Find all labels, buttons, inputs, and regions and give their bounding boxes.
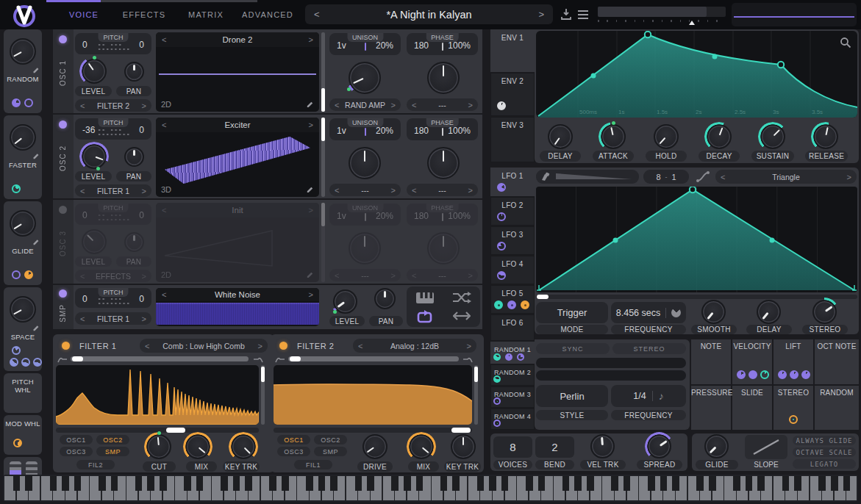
lfo-mode-box[interactable]: Trigger <box>536 302 608 323</box>
tab-env3[interactable]: ENV 3 <box>490 117 535 162</box>
bend-value[interactable]: 2 <box>535 436 574 458</box>
paint-brush-icon[interactable] <box>540 172 551 181</box>
filter2-input-osc3[interactable]: OSC3 <box>277 447 310 456</box>
random-phase-icon[interactable] <box>452 291 471 304</box>
osc3-unison-box[interactable]: UNISON 1v20% <box>329 204 401 226</box>
osc3-power-led[interactable] <box>59 206 67 214</box>
smp-sample-selector[interactable]: <White Noise> <box>156 288 319 301</box>
filter1-input-smp[interactable]: SMP <box>96 447 129 456</box>
osc3-pitch-box[interactable]: PITCH 00 <box>75 204 151 225</box>
macro3-mod-indicator[interactable] <box>12 270 21 279</box>
filter2-input-osc2[interactable]: OSC2 <box>314 435 347 444</box>
tab-lfo4[interactable]: LFO 4 <box>490 256 535 284</box>
macro4-knob[interactable] <box>10 296 36 323</box>
lfo-delay-knob[interactable] <box>757 300 781 324</box>
osc3-routing-selector[interactable]: <EFFECTS> <box>75 270 151 282</box>
smp-pan-knob[interactable] <box>374 288 396 309</box>
macro1-knob[interactable] <box>10 38 36 65</box>
bounce-icon[interactable] <box>453 311 471 321</box>
lfo-shape-selector[interactable]: <Triangle> <box>715 170 857 184</box>
mod-source-random[interactable]: RANDOM <box>815 386 859 430</box>
envelope-display[interactable]: 500ms 1s 1.5s 2s 2.5s 3s 3.5s <box>536 31 857 118</box>
tab-random4[interactable]: RANDOM 4 <box>490 408 535 430</box>
keytrack-icon[interactable] <box>416 292 434 303</box>
env-decay-knob[interactable] <box>707 124 732 149</box>
filter1-type-selector[interactable]: <Comb : Low High Comb> <box>140 339 268 353</box>
transpose-snap-dots[interactable] <box>110 43 123 46</box>
filter1-morph-slider[interactable] <box>71 356 249 361</box>
filter2-response-display[interactable] <box>274 365 472 425</box>
lfo-sync-icon[interactable] <box>671 308 681 317</box>
tab-lfo3[interactable]: LFO 3 <box>490 226 535 255</box>
osc1-unison-voices[interactable]: 1v <box>337 40 346 51</box>
voices-value[interactable]: 8 <box>493 436 532 458</box>
edit-icon[interactable] <box>32 323 40 331</box>
filter1-input-osc3[interactable]: OSC3 <box>60 447 93 456</box>
env-sustain-knob[interactable] <box>760 124 785 149</box>
macro1-mod-indicator[interactable] <box>24 98 33 107</box>
osc1-routing-selector[interactable]: <FILTER 2> <box>75 99 151 112</box>
osc1-phase-rand[interactable]: 100% <box>448 40 471 51</box>
osc2-phase-box[interactable]: PHASE 180 100% <box>407 118 478 140</box>
lfo-grid-steps[interactable]: 8-1 <box>643 170 689 184</box>
smp-pitch-box[interactable]: PITCH 0 0 <box>75 288 151 308</box>
filter1-chain-button[interactable]: FIL2 <box>76 460 115 469</box>
filter2-power-led[interactable] <box>279 342 287 350</box>
tab-lfo5[interactable]: LFO 5 <box>490 285 535 314</box>
osc2-wavetable-display[interactable]: <Exciter> 3D <box>156 118 319 197</box>
filter1-gain-scrollbar[interactable] <box>261 365 265 425</box>
osc3-mod2-selector[interactable]: <---> <box>407 269 478 281</box>
osc1-tune[interactable]: 0 <box>139 40 144 50</box>
zoom-icon[interactable] <box>840 37 851 48</box>
tab-advanced[interactable]: ADVANCED <box>243 0 293 29</box>
smp-routing-selector[interactable]: <FILTER 1> <box>75 312 151 325</box>
filter1-input-osc2[interactable]: OSC2 <box>96 435 129 444</box>
filter1-response-display[interactable] <box>56 365 259 425</box>
osc2-unison-voices[interactable]: 1v <box>337 126 346 136</box>
smp-power-led[interactable] <box>59 289 67 298</box>
osc1-mod2-knob[interactable] <box>427 62 460 94</box>
osc1-mod1-knob[interactable] <box>349 62 381 94</box>
mod-source-note[interactable]: NOTE <box>691 339 731 384</box>
osc2-pan-knob[interactable] <box>124 147 144 167</box>
env-release-knob[interactable] <box>813 124 838 149</box>
osc2-view-mode[interactable]: 3D <box>161 185 171 194</box>
osc3-frame-scrollbar[interactable] <box>321 203 325 282</box>
filter1-input-osc1[interactable]: OSC1 <box>60 435 93 444</box>
tab-effects[interactable]: EFFECTS <box>121 0 167 29</box>
tab-random3[interactable]: RANDOM 3 <box>490 386 535 408</box>
transpose-snap-dots[interactable] <box>98 48 130 51</box>
macro4-mod-indicator[interactable] <box>21 358 30 367</box>
tab-matrix[interactable]: MATRIX <box>185 0 226 29</box>
tab-env1[interactable]: ENV 1 <box>490 29 535 72</box>
tab-lfo2[interactable]: LFO 2 <box>490 197 535 226</box>
osc3-level-knob[interactable] <box>82 229 107 254</box>
osc1-phase-box[interactable]: PHASE 180 100% <box>407 33 478 55</box>
random-style-box[interactable]: Perlin <box>536 385 608 407</box>
mod-source-oct-note[interactable]: OCT NOTE <box>815 339 859 384</box>
osc3-pan-knob[interactable] <box>124 232 144 252</box>
macro4-mod-indicator[interactable] <box>33 358 42 367</box>
random-frequency-box[interactable]: 1/4 ♪ <box>611 385 686 407</box>
random-frequency-value[interactable]: 1/4 <box>633 391 646 401</box>
lfo-steps-x[interactable]: 8 <box>656 173 660 181</box>
legato-toggle[interactable]: LEGATO <box>793 459 856 469</box>
note-icon[interactable]: ♪ <box>659 390 664 402</box>
mod-source-pressure[interactable]: PRESSURE <box>691 386 731 430</box>
lfo-paint-box[interactable] <box>536 170 639 184</box>
osc1-pitch-box[interactable]: PITCH 0 0 <box>75 33 151 54</box>
save-icon[interactable] <box>559 7 574 22</box>
vital-logo[interactable] <box>10 1 38 29</box>
vel-trk-knob[interactable] <box>590 434 615 458</box>
osc1-frame-scrollbar[interactable] <box>321 32 325 112</box>
macro2-mod-indicator[interactable] <box>12 184 21 193</box>
filter2-mix-knob[interactable] <box>409 434 434 459</box>
lfo-display[interactable] <box>536 187 857 292</box>
osc1-mod2-selector[interactable]: <---> <box>407 98 478 111</box>
osc2-tune[interactable]: 0 <box>139 125 144 135</box>
osc3-wavetable-display[interactable]: <Init> 2D <box>156 203 319 282</box>
menu-icon[interactable] <box>577 10 589 20</box>
filter2-input-osc1[interactable]: OSC1 <box>277 435 310 444</box>
osc1-unison-box[interactable]: UNISON 1v 20% <box>329 33 401 55</box>
tab-random1[interactable]: RANDOM 1 <box>490 342 535 364</box>
